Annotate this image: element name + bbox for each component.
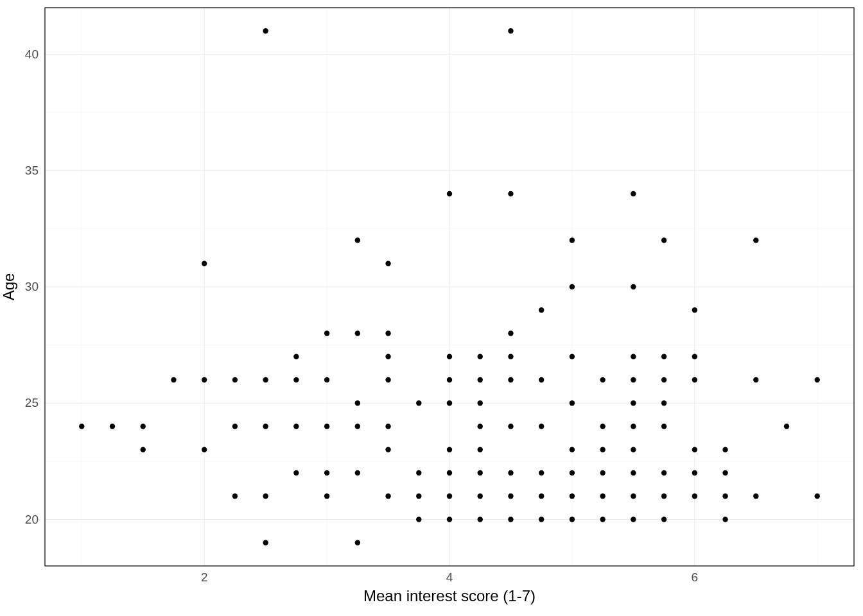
data-point xyxy=(232,493,238,499)
y-tick-label: 40 xyxy=(25,47,39,61)
data-point xyxy=(416,470,421,475)
data-point xyxy=(478,517,483,522)
data-point xyxy=(385,330,390,336)
data-point xyxy=(722,493,728,499)
data-point xyxy=(570,447,575,452)
data-point xyxy=(539,493,544,499)
data-point xyxy=(202,447,207,452)
data-point xyxy=(232,377,238,382)
data-point xyxy=(385,261,390,266)
data-point xyxy=(447,191,452,196)
data-point xyxy=(171,377,176,382)
x-tick-label: 4 xyxy=(446,570,453,584)
data-point xyxy=(478,424,483,429)
data-point xyxy=(600,377,605,382)
data-point xyxy=(815,493,820,499)
data-point xyxy=(539,377,544,382)
data-point xyxy=(570,470,575,475)
data-point xyxy=(631,191,636,196)
data-point xyxy=(478,400,483,406)
data-point xyxy=(385,377,390,382)
data-point xyxy=(631,517,636,522)
data-point xyxy=(447,517,452,522)
data-point xyxy=(416,517,421,522)
data-point xyxy=(570,400,575,406)
data-point xyxy=(570,354,575,359)
data-point xyxy=(263,377,268,382)
data-point xyxy=(661,354,667,359)
data-point xyxy=(508,424,513,429)
x-tick-label: 6 xyxy=(692,570,699,584)
data-point xyxy=(508,330,513,336)
data-point xyxy=(539,424,544,429)
data-point xyxy=(141,447,146,452)
data-point xyxy=(600,424,605,429)
scatter-chart: 2462025303540Mean interest score (1-7)Ag… xyxy=(0,0,863,616)
data-point xyxy=(692,307,697,312)
chart-svg: 2462025303540Mean interest score (1-7)Ag… xyxy=(0,0,863,616)
data-point xyxy=(508,517,513,522)
data-point xyxy=(263,424,268,429)
x-tick-label: 2 xyxy=(201,570,208,584)
data-point xyxy=(416,400,421,406)
data-point xyxy=(447,470,452,475)
data-point xyxy=(661,424,667,429)
data-point xyxy=(263,28,268,33)
data-point xyxy=(661,400,667,406)
data-point xyxy=(631,284,636,289)
data-point xyxy=(324,470,329,475)
data-point xyxy=(631,400,636,406)
data-point xyxy=(692,447,697,452)
data-point xyxy=(539,517,544,522)
data-point xyxy=(692,470,697,475)
data-point xyxy=(815,377,820,382)
data-point xyxy=(692,377,697,382)
data-point xyxy=(263,493,268,499)
data-point xyxy=(539,307,544,312)
data-point xyxy=(293,424,299,429)
data-point xyxy=(293,470,299,475)
data-point xyxy=(508,191,513,196)
data-point xyxy=(600,447,605,452)
data-point xyxy=(692,493,697,499)
data-point xyxy=(692,354,697,359)
data-point xyxy=(385,354,390,359)
data-point xyxy=(631,447,636,452)
data-point xyxy=(539,470,544,475)
data-point xyxy=(753,493,758,499)
data-point xyxy=(355,237,360,243)
y-tick-label: 20 xyxy=(25,513,39,526)
data-point xyxy=(263,540,268,545)
data-point xyxy=(355,330,360,336)
data-point xyxy=(79,424,84,429)
data-point xyxy=(355,540,360,545)
data-point xyxy=(355,400,360,406)
data-point xyxy=(570,517,575,522)
data-point xyxy=(355,470,360,475)
y-tick-label: 30 xyxy=(25,280,39,293)
data-point xyxy=(478,377,483,382)
y-tick-label: 35 xyxy=(25,164,39,177)
data-point xyxy=(324,493,329,499)
data-point xyxy=(570,493,575,499)
data-point xyxy=(722,447,728,452)
data-point xyxy=(508,493,513,499)
data-point xyxy=(202,261,207,266)
data-point xyxy=(631,424,636,429)
data-point xyxy=(508,377,513,382)
data-point xyxy=(478,470,483,475)
data-point xyxy=(447,354,452,359)
y-axis-title: Age xyxy=(0,273,17,301)
data-point xyxy=(570,237,575,243)
data-point xyxy=(661,377,667,382)
data-point xyxy=(508,28,513,33)
data-point xyxy=(385,424,390,429)
data-point xyxy=(202,377,207,382)
data-point xyxy=(661,237,667,243)
data-point xyxy=(324,424,329,429)
data-point xyxy=(570,284,575,289)
data-point xyxy=(110,424,115,429)
data-point xyxy=(232,424,238,429)
data-point xyxy=(661,517,667,522)
data-point xyxy=(631,470,636,475)
